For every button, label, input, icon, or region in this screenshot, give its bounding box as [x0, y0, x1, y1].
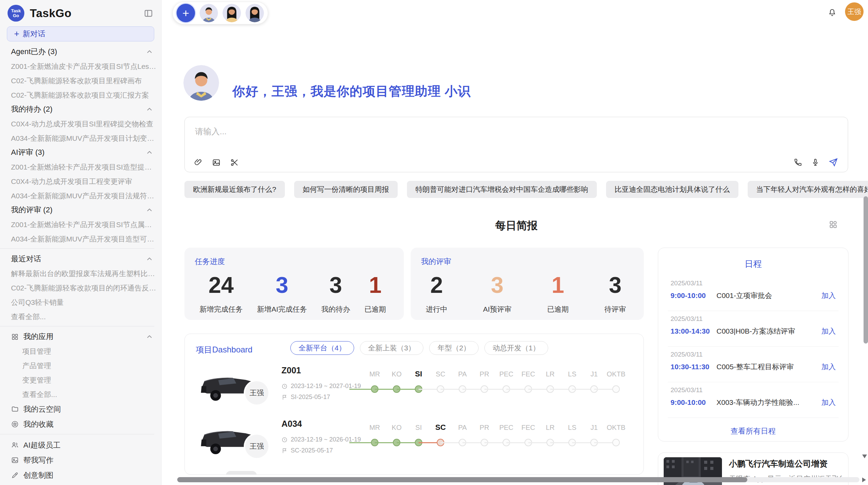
- sidebar-item[interactable]: A034-全新新能源MUV产品开发项目计划变更表编写: [11, 134, 161, 142]
- app-item[interactable]: 查看全部...: [22, 390, 161, 398]
- milestone-label: SI: [408, 422, 430, 433]
- milestone: FEC: [517, 368, 539, 402]
- scroll-down-arrow[interactable]: [862, 455, 867, 458]
- user-avatar[interactable]: 王强: [845, 2, 864, 21]
- vertical-scrollbar-thumb[interactable]: [864, 196, 868, 344]
- schedule-date: 2025/03/11: [671, 386, 836, 394]
- chevron-up-icon[interactable]: [147, 50, 152, 54]
- dashboard-tab[interactable]: 动总开发（1）: [484, 341, 548, 355]
- suggestion-chip[interactable]: 特朗普可能对进口汽车增税会对中国车企造成哪些影响: [407, 181, 597, 198]
- sidebar-item[interactable]: A034-全新新能源MUV产品开发项目法规符合性评审: [11, 192, 161, 200]
- schedule-time: 9:00-10:00: [671, 398, 716, 407]
- divider: [0, 434, 154, 434]
- horizontal-scrollbar[interactable]: [177, 477, 859, 482]
- stat-item: 3待评审: [604, 273, 626, 314]
- chevron-up-icon[interactable]: [147, 335, 152, 339]
- project-dates-row: 2023-12-19 ~ 2027-01-19: [281, 383, 361, 390]
- send-icon[interactable]: [829, 158, 838, 167]
- recent-chat-item[interactable]: 解释最新出台的欧盟报废车法规再生塑料比例被调至15%...: [11, 270, 161, 277]
- attach-file-icon[interactable]: [194, 158, 203, 167]
- chevron-up-icon[interactable]: [147, 107, 152, 111]
- recent-chat-item[interactable]: C02-飞腾新能源轻客改款项目的闭环通告反馈情况: [11, 284, 161, 292]
- dashboard-tab[interactable]: 全新平台（4）: [290, 341, 354, 355]
- sidebar-item[interactable]: C02-飞腾新能源轻客改款项目立项汇报方案: [11, 91, 161, 99]
- stat-value: 2: [426, 273, 447, 297]
- stat-item: 1已逾期: [364, 273, 386, 314]
- schedule-name: C001-立项审批会: [716, 291, 817, 300]
- recent-chat-item[interactable]: 查看全部...: [11, 313, 161, 321]
- sidebar-item[interactable]: Z001-全新燃油皮卡产品开发项目SI节点Lesson Learn报告: [11, 62, 161, 70]
- milestone: PEC: [495, 368, 517, 402]
- sidebar-item[interactable]: C0X4-动力总成开发项目工程变更评审: [11, 177, 161, 185]
- sidebar-lists: Agent已办 (3)Z001-全新燃油皮卡产品开发项目SI节点Lesson L…: [0, 48, 161, 480]
- chevron-up-icon[interactable]: [147, 150, 152, 154]
- stat-label: 已逾期: [364, 304, 386, 314]
- new-chat-label: 新对话: [23, 29, 45, 39]
- dashboard-tab[interactable]: 全新上装（3）: [360, 341, 424, 355]
- suggestion-chip[interactable]: 欧洲新规最近颁布了什么?: [184, 181, 285, 198]
- stat-item: 3新增AI完成任务: [257, 273, 307, 314]
- project-code: Z001: [281, 365, 301, 375]
- app-title: TaskGo: [30, 7, 143, 20]
- milestone: OKTB: [605, 368, 627, 402]
- sidebar-tool[interactable]: 创意制图: [11, 471, 161, 480]
- sidebar-link-star[interactable]: 我的收藏: [11, 420, 161, 428]
- sidebar-link-folder[interactable]: 我的云空间: [11, 405, 161, 413]
- sidebar-item[interactable]: A034-全新新能源MUV产品开发项目造型可行性评审: [11, 235, 161, 243]
- agent-avatar-2[interactable]: [222, 4, 241, 22]
- milestone-track: MRKOSISCPAPRPECFECLRLSJ1OKTB: [364, 368, 627, 402]
- sidebar-item[interactable]: C0X4-动力总成开发项目SI里程碑提交物检查: [11, 120, 161, 128]
- new-chat-button[interactable]: + 新对话: [7, 26, 154, 41]
- suggestion-chip[interactable]: 比亚迪全固态电池计划具体说了什么: [606, 181, 738, 198]
- insert-image-icon[interactable]: [212, 158, 221, 167]
- flag-icon: [281, 448, 288, 454]
- milestone-label: PEC: [495, 368, 517, 380]
- milestone: LR: [539, 422, 561, 456]
- join-link[interactable]: 加入: [821, 291, 836, 300]
- suggestion-chip[interactable]: 当下年轻人对汽车外观有怎样的喜好趋势: [748, 181, 868, 198]
- scroll-right-arrow[interactable]: [862, 477, 866, 482]
- voice-call-icon[interactable]: [794, 158, 802, 167]
- chat-input[interactable]: 请输入...: [184, 117, 848, 172]
- stat-label: 已逾期: [547, 304, 569, 314]
- microphone-icon[interactable]: [811, 158, 820, 167]
- add-agent-button[interactable]: +: [177, 4, 195, 22]
- recent-chats-section: 最近对话: [11, 255, 161, 263]
- stat-item: 3AI预评审: [483, 273, 511, 314]
- milestone-dot[interactable]: [612, 385, 620, 393]
- join-link[interactable]: 加入: [821, 326, 836, 336]
- app-item[interactable]: 变更管理: [22, 376, 161, 384]
- chevron-up-icon[interactable]: [147, 208, 152, 212]
- agent-avatar-1[interactable]: [200, 4, 218, 22]
- join-link[interactable]: 加入: [821, 362, 836, 372]
- screenshot-scissors-icon[interactable]: [230, 158, 239, 167]
- sidebar-item[interactable]: Z001-全新燃油轻卡产品开发项目SI节点属性5D文件评审: [11, 221, 161, 228]
- suggestion-chip[interactable]: 如何写一份清晰的项目周报: [294, 181, 398, 198]
- sidebar-tool[interactable]: 帮我写作: [11, 456, 161, 464]
- app-item[interactable]: 项目管理: [22, 347, 161, 355]
- view-all-schedule-link[interactable]: 查看所有日程: [658, 426, 848, 436]
- milestone-dot[interactable]: [612, 439, 620, 446]
- folder-icon: [11, 405, 19, 413]
- project-dates-row: 2023-12-19 ~ 2026-01-19: [281, 436, 361, 443]
- brief-layout-icon[interactable]: [829, 220, 838, 229]
- horizontal-scrollbar-thumb[interactable]: [177, 477, 747, 482]
- chevron-up-icon[interactable]: [147, 257, 152, 261]
- milestone: PR: [473, 422, 495, 456]
- agent-avatar-3[interactable]: [245, 4, 264, 22]
- sidebar-item[interactable]: C02-飞腾新能源轻客改款项目里程碑画布: [11, 77, 161, 85]
- milestone-label: PR: [473, 422, 495, 433]
- news-title: 小鹏飞行汽车制造公司增资: [729, 458, 828, 469]
- collapse-sidebar-icon[interactable]: [143, 9, 154, 18]
- milestone: SC: [430, 368, 451, 402]
- dashboard-tab[interactable]: 年型（2）: [429, 341, 479, 355]
- input-attachment-tools: [194, 158, 239, 167]
- app-item[interactable]: 产品管理: [22, 362, 161, 370]
- notification-bell-icon[interactable]: [828, 8, 836, 17]
- sidebar-item[interactable]: Z001-全新燃油轻卡产品开发项目SI造型提交物评审: [11, 163, 161, 171]
- sidebar-tool[interactable]: AI超级员工: [11, 441, 161, 449]
- recent-chat-item[interactable]: 公司Q3轻卡销量: [11, 298, 161, 306]
- schedule-item: 2025/03/1110:30-11:30C005-整车工程目标评审加入: [658, 347, 848, 382]
- join-link[interactable]: 加入: [821, 398, 836, 407]
- milestone-label: J1: [583, 422, 605, 433]
